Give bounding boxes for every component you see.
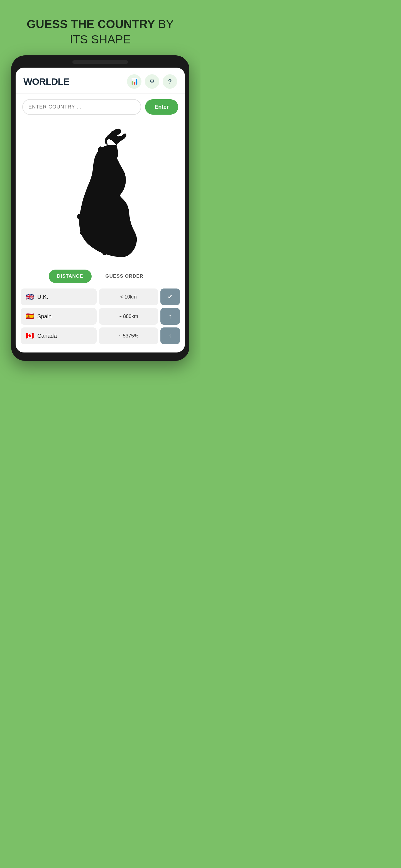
tab-bar: DISTANCE GUESS ORDER (16, 265, 185, 288)
flag-uk: 🇬🇧 (26, 293, 34, 301)
title-bold: GUESS THE COUNTRY (27, 18, 155, 31)
tab-distance[interactable]: DISTANCE (49, 270, 92, 283)
tab-guess-order[interactable]: GUESS ORDER (97, 270, 152, 283)
guess-arrow-2: ↑ (161, 328, 180, 344)
search-section: Enter (16, 93, 185, 121)
help-button[interactable]: ? (163, 74, 177, 89)
country-shape-svg (50, 123, 150, 262)
settings-button[interactable]: ⚙ (145, 74, 159, 89)
country-name-2: Canada (37, 333, 57, 339)
flag-spain: 🇪🇸 (26, 312, 34, 320)
guess-rows: 🇬🇧 U.K. < 10km ✔ 🇪🇸 Spain ~ 880km ↑ 🇨🇦 C… (16, 288, 185, 344)
app-logo: WORLDLE (23, 76, 69, 87)
country-shape-area (16, 121, 185, 265)
title-normal: BY (155, 18, 174, 31)
guess-distance-2: ~ 5375% (99, 328, 158, 344)
guess-distance-1: ~ 880km (99, 308, 158, 325)
guess-country-1: 🇪🇸 Spain (21, 308, 97, 325)
app-header: WORLDLE 📊 ⚙ ? (16, 68, 185, 93)
table-row: 🇨🇦 Canada ~ 5375% ↑ (21, 328, 180, 344)
table-row: 🇪🇸 Spain ~ 880km ↑ (21, 308, 180, 325)
flag-canada: 🇨🇦 (26, 332, 34, 340)
gear-icon: ⚙ (149, 78, 155, 85)
table-row: 🇬🇧 U.K. < 10km ✔ (21, 288, 180, 305)
country-name-0: U.K. (37, 294, 48, 300)
phone-notch (73, 60, 128, 64)
enter-button[interactable]: Enter (145, 99, 178, 115)
guess-distance-0: < 10km (99, 288, 158, 305)
guess-country-0: 🇬🇧 U.K. (21, 288, 97, 305)
app-title: GUESS THE COUNTRY BY ITS SHAPE (27, 17, 174, 47)
stats-button[interactable]: 📊 (127, 74, 141, 89)
search-input[interactable] (22, 99, 141, 115)
guess-arrow-1: ↑ (161, 308, 180, 325)
bar-chart-icon: 📊 (131, 78, 138, 85)
phone-frame: WORLDLE 📊 ⚙ ? Enter (11, 55, 189, 361)
help-icon: ? (168, 78, 172, 85)
title-line2: ITS SHAPE (69, 33, 131, 46)
header-icons: 📊 ⚙ ? (127, 74, 177, 89)
country-name-1: Spain (37, 313, 52, 320)
guess-arrow-0: ✔ (161, 288, 180, 305)
guess-country-2: 🇨🇦 Canada (21, 328, 97, 344)
phone-screen: WORLDLE 📊 ⚙ ? Enter (16, 68, 185, 352)
